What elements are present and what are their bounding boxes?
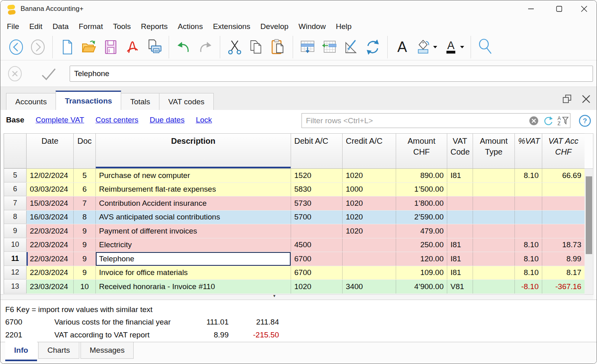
cell-date[interactable]: 16/03/2024 [27,211,74,224]
filter-rows-input[interactable] [302,116,527,125]
cell-vat-acc[interactable]: 18.73 [542,238,585,252]
cell-credit[interactable] [343,252,396,266]
cell-pct-vat[interactable] [515,183,542,196]
cell-vat-code[interactable] [447,183,473,196]
menu-data[interactable]: Data [48,21,73,33]
cell-amount[interactable]: 890.00 [396,169,447,182]
cell-pct-vat[interactable]: 8.10 [515,252,542,266]
cell-amount[interactable]: 1’500.00 [396,183,447,196]
cell-date[interactable]: 03/03/2024 [27,183,74,196]
header-debit[interactable]: Debit A/C [291,134,343,168]
header-amount-type[interactable]: AmountType [473,134,515,168]
cell-description[interactable]: Electricity [96,238,291,252]
header-description[interactable]: Description [96,134,291,168]
insert-rows-button[interactable] [298,37,317,58]
cell-vat-acc[interactable] [542,224,585,238]
fill-color-dropdown-icon[interactable] [433,46,437,48]
row-number[interactable]: 11 [4,252,27,266]
cancel-edit-button[interactable] [7,65,23,84]
font-color-dropdown-icon[interactable] [460,46,464,48]
cell-pct-vat[interactable]: 8.10 [515,238,542,252]
header-vat-acc[interactable]: VAT AccCHF [542,134,585,168]
cell-debit[interactable]: 6700 [291,266,343,280]
cell-debit[interactable]: 1020 [291,280,343,294]
forward-button[interactable] [29,37,47,58]
cell-amount-type[interactable] [473,211,515,224]
cell-vat-code[interactable] [447,211,473,224]
tab-accounts[interactable]: Accounts [6,93,56,110]
row-number[interactable]: 9 [4,224,27,238]
row-number[interactable]: 10 [4,238,27,252]
save-button[interactable] [101,37,120,58]
cell-date[interactable]: 12/02/2024 [27,169,74,182]
cell-date[interactable]: 23/03/2024 [27,280,74,294]
row-number[interactable]: 7 [4,196,27,210]
tab-charts[interactable]: Charts [38,342,79,359]
cell-amount[interactable]: 250.00 [396,238,447,252]
cut-button[interactable] [225,37,244,58]
menu-file[interactable]: File [6,21,24,33]
cell-description[interactable]: Received honoraria - Invoice #110 [96,280,291,294]
cell-doc[interactable]: 7 [74,196,96,210]
insert-columns-button[interactable] [320,37,339,58]
cell-credit[interactable]: 1020 [343,169,396,182]
cell-vat-acc[interactable]: 8.17 [542,266,585,280]
cell-vat-code[interactable]: I81 [447,169,473,182]
menu-tools[interactable]: Tools [108,21,136,33]
cell-vat-acc[interactable] [542,183,585,196]
header-pct-vat[interactable]: %VAT [515,134,542,168]
cell-description[interactable]: Reimbursement flat-rate expenses [96,183,291,196]
cell-amount[interactable]: 109.00 [396,266,447,280]
tab-totals[interactable]: Totals [121,93,159,110]
cell-credit[interactable]: 1020 [343,196,396,210]
accept-edit-button[interactable] [40,66,58,83]
cell-amount-type[interactable] [473,238,515,252]
cell-pct-vat[interactable]: -8.10 [515,280,542,294]
cell-amount-type[interactable] [473,252,515,266]
cell-pct-vat[interactable] [515,211,542,224]
cell-doc[interactable]: 9 [74,238,96,252]
cell-doc[interactable]: 6 [74,183,96,196]
cell-vat-acc[interactable]: 8.99 [542,252,585,266]
cell-amount-type[interactable] [473,266,515,280]
menu-help[interactable]: Help [331,21,356,33]
menu-reports[interactable]: Reports [136,21,173,33]
cell-vat-acc[interactable]: 66.69 [542,169,585,182]
cell-amount-type[interactable] [473,169,515,182]
font-button[interactable]: A [393,37,411,58]
copy-button[interactable] [247,37,266,58]
cell-credit[interactable] [343,238,396,252]
cell-date[interactable]: 22/03/2024 [27,266,74,280]
cell-amount[interactable]: 2’590.00 [396,211,447,224]
cell-description[interactable]: Contribution Accident insurance [96,196,291,210]
cell-description-selected[interactable]: Telephone [96,252,291,266]
header-doc[interactable]: Doc [74,134,96,168]
row-number[interactable]: 13 [4,280,27,294]
cell-debit[interactable]: 5830 [291,183,343,196]
view-cost-centers[interactable]: Cost centers [95,116,138,124]
cell-amount-type[interactable] [473,196,515,210]
header-vat-code[interactable]: VATCode [447,134,473,168]
undo-button[interactable] [174,37,193,58]
cell-pct-vat[interactable] [515,224,542,238]
menu-format[interactable]: Format [74,21,108,33]
cell-vat-code[interactable]: I81 [447,238,473,252]
print-button[interactable] [145,37,163,58]
back-button[interactable] [7,37,25,58]
cell-description[interactable]: Purchase of new computer [96,169,291,182]
cell-doc[interactable]: 9 [74,252,96,266]
fill-color-button[interactable] [415,37,438,58]
vertical-scrollbar[interactable] [585,169,593,294]
cell-description[interactable]: Payment of different invoices [96,224,291,238]
row-number[interactable]: 5 [4,169,27,182]
cell-amount-type[interactable] [473,183,515,196]
tab-messages[interactable]: Messages [81,342,134,359]
vertical-scrollbar-thumb[interactable] [586,176,592,254]
search-button[interactable] [476,37,495,58]
cell-vat-acc[interactable]: -367.16 [542,280,585,294]
cell-vat-code[interactable]: I81 [447,266,473,280]
cell-amount[interactable]: 4’900.00 [396,280,447,294]
cell-date[interactable]: 22/03/2024 [27,224,74,238]
maximize-button[interactable] [549,0,568,17]
open-file-button[interactable] [80,37,98,58]
